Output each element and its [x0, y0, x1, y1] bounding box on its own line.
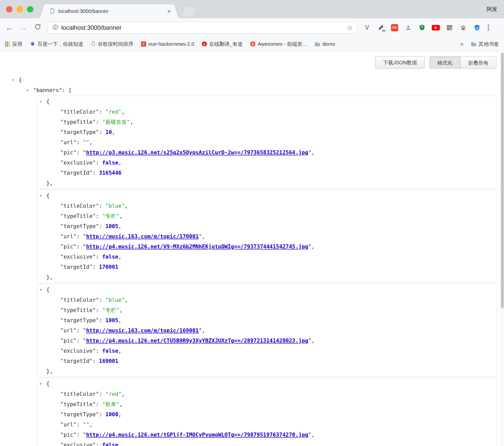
- apps-grid-icon: [5, 42, 10, 47]
- url-path: :3000/banner: [86, 24, 121, 31]
- json-line: ▼{: [0, 75, 504, 85]
- collapse-all-button[interactable]: 折叠所有: [460, 57, 496, 69]
- json-link[interactable]: http://p4.music.126.net/tGPljf-IMOCyPvum…: [86, 432, 308, 438]
- bookmark-google-sort[interactable]: 谷歌按时间排序: [91, 41, 133, 48]
- bookmark-vue-hackernews[interactable]: V vue-hackernews-2.0: [141, 41, 194, 47]
- youtube-extension-icon[interactable]: [432, 24, 440, 32]
- json-key: "exclusive": [60, 254, 96, 260]
- bookmarks-overflow-chevron[interactable]: »: [460, 40, 464, 48]
- json-line: },: [37, 366, 496, 376]
- scrollbar[interactable]: [500, 51, 504, 446]
- collapse-triangle-icon[interactable]: ▼: [40, 97, 46, 107]
- json-tree: ▼{▼"banners": [▼{"titleColor": "red","ty…: [0, 75, 504, 446]
- browser-menu-button[interactable]: [488, 25, 489, 31]
- qrcode-extension-icon[interactable]: [445, 24, 454, 32]
- json-number-value: 10: [105, 129, 112, 135]
- json-string-value: "歌单": [102, 401, 119, 407]
- profile-name[interactable]: 阿发: [487, 6, 497, 13]
- json-string-value: "新碟首发": [102, 119, 130, 125]
- bookmark-star-icon[interactable]: ☆: [347, 24, 353, 32]
- close-window-button[interactable]: [6, 6, 12, 12]
- other-bookmarks[interactable]: 其他书签: [471, 41, 499, 48]
- json-key: "banners": [33, 87, 62, 93]
- collapse-triangle-icon[interactable]: ▼: [40, 191, 46, 201]
- json-boolean-value: false: [102, 442, 118, 446]
- json-key: "url": [60, 139, 76, 145]
- bookmark-apps[interactable]: 应用: [5, 41, 22, 48]
- bookmark-label: 谷歌按时间排序: [98, 41, 133, 48]
- bookmark-demo-folder[interactable]: demo: [315, 41, 335, 47]
- json-key: "titleColor": [60, 297, 99, 303]
- blue-shield-extension-icon[interactable]: [473, 24, 481, 32]
- json-key: "targetId": [60, 264, 92, 270]
- paw-extension-icon[interactable]: [459, 24, 467, 32]
- browser-window: localhost:3000/banner × 阿发 ← → localhost…: [0, 0, 504, 446]
- json-line: "exclusive": false,: [37, 252, 496, 262]
- bookmarks-bar: 应用 百度一下，你就知道 谷歌按时间排序 V vue-hackernews-2.…: [0, 37, 504, 51]
- json-line: "titleColor": "blue",: [37, 201, 496, 211]
- reload-button[interactable]: [34, 23, 42, 32]
- vue-icon: V: [141, 41, 146, 47]
- vimium-extension-icon[interactable]: V: [363, 24, 371, 32]
- collapse-triangle-icon[interactable]: ▼: [12, 75, 19, 85]
- json-string-value: "专栏": [102, 213, 119, 219]
- json-link[interactable]: http://p3.music.126.net/s25q2x5QyqsAzilC…: [86, 150, 308, 156]
- site-info-icon[interactable]: [52, 24, 58, 31]
- other-bookmarks-label: 其他书签: [479, 41, 499, 48]
- shield-letter: T: [418, 25, 426, 29]
- folder-icon: [315, 43, 320, 46]
- json-object-box: ▼{"titleColor": "red","typeTitle": "新碟首发…: [37, 96, 497, 189]
- json-number-value: 1000: [105, 411, 118, 418]
- json-key: "pic": [60, 150, 76, 156]
- collapse-triangle-icon[interactable]: ▼: [40, 285, 46, 295]
- scrollbar-thumb[interactable]: [501, 53, 504, 308]
- bookmark-awesomes[interactable]: A Awesomes - 前端资…: [250, 41, 307, 48]
- json-object-box: ▼{"titleColor": "blue","typeTitle": "专栏"…: [37, 284, 497, 377]
- collapse-triangle-icon[interactable]: ▼: [26, 85, 33, 96]
- new-tab-button[interactable]: [182, 7, 197, 16]
- people-extension-icon[interactable]: [404, 24, 412, 32]
- bookmark-label: 百度一下，你就知道: [37, 41, 83, 48]
- json-key: "targetType": [60, 317, 99, 323]
- bookmark-youdao-translate[interactable]: y 在线翻译_有道: [202, 41, 243, 48]
- forward-button[interactable]: →: [19, 23, 27, 32]
- navigation-toolbar: ← → localhost:3000/banner ☆ V en FE: [0, 18, 504, 37]
- json-line: "targetId": 170001: [37, 262, 496, 272]
- json-string-value: "blue": [105, 297, 125, 303]
- json-link[interactable]: http://music.163.com/m/topic/170001: [86, 233, 199, 240]
- json-key: "pic": [60, 244, 76, 250]
- page-icon: [91, 41, 95, 47]
- json-line: "typeTitle": "专栏",: [37, 211, 496, 221]
- fehelper-extension-icon[interactable]: FE: [390, 24, 399, 32]
- format-button[interactable]: 格式化: [430, 57, 460, 69]
- json-key: "pic": [60, 338, 76, 344]
- json-key: "typeTitle": [60, 307, 96, 313]
- collapse-triangle-icon[interactable]: ▼: [40, 379, 46, 389]
- fullscreen-window-button[interactable]: [27, 6, 33, 12]
- tab-title: localhost:3000/banner: [58, 8, 164, 14]
- minimize-window-button[interactable]: [17, 6, 23, 12]
- green-shield-extension-icon[interactable]: T: [418, 24, 426, 32]
- json-link[interactable]: http://p4.music.126.net/CTU5B9R9y3XyYBZX…: [86, 338, 308, 344]
- bookmark-label: 在线翻译_有道: [209, 41, 243, 48]
- address-bar[interactable]: localhost:3000/banner ☆: [48, 22, 357, 34]
- back-button[interactable]: ←: [5, 23, 13, 32]
- download-json-button[interactable]: 下载JSON数据: [375, 56, 425, 69]
- json-object-box: ▼{"titleColor": "blue","typeTitle": "专栏"…: [37, 190, 497, 283]
- json-line: "targetType": 10,: [37, 127, 496, 137]
- url-text: localhost:3000/banner: [61, 24, 121, 31]
- tab-close-icon[interactable]: ×: [167, 8, 171, 15]
- json-string-value: "": [83, 422, 89, 428]
- youdao-icon: y: [202, 41, 207, 47]
- translate-pen-extension-icon[interactable]: en: [377, 24, 385, 32]
- json-line: "pic": "http://p3.music.126.net/s25q2x5Q…: [37, 147, 496, 158]
- json-link[interactable]: http://music.163.com/m/topic/169001: [86, 328, 199, 334]
- json-line: "targetId": 3165446: [37, 168, 496, 178]
- page-content: 下载JSON数据 格式化 折叠所有 ▼{▼"banners": [▼{"titl…: [0, 51, 504, 446]
- bookmark-baidu[interactable]: 百度一下，你就知道: [30, 41, 83, 48]
- json-link[interactable]: http://p4.music.126.net/V9-MXz6b2MNhEKju…: [86, 244, 308, 250]
- browser-tab[interactable]: localhost:3000/banner ×: [40, 4, 178, 18]
- json-line: "titleColor": "blue",: [37, 295, 496, 305]
- json-line: ▼{: [37, 285, 496, 295]
- json-line: "targetType": 1005,: [37, 315, 496, 325]
